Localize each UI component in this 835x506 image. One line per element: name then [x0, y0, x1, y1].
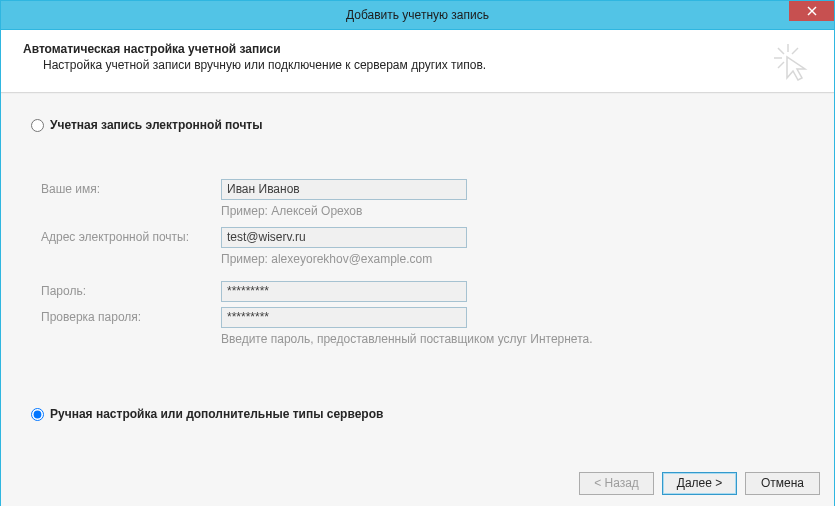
option-email-account[interactable]: Учетная запись электронной почты [31, 118, 804, 132]
email-input [221, 227, 467, 248]
svg-line-4 [792, 48, 798, 54]
password-label: Пароль: [41, 284, 221, 298]
wizard-body: Учетная запись электронной почты Ваше им… [1, 93, 834, 506]
name-input [221, 179, 467, 200]
radio-manual[interactable] [31, 408, 44, 421]
radio-email-account-label: Учетная запись электронной почты [50, 118, 263, 132]
wizard-footer: < Назад Далее > Отмена [1, 459, 834, 506]
email-form: Ваше имя: Пример: Алексей Орехов Адрес э… [31, 178, 804, 346]
password-confirm-input [221, 307, 467, 328]
close-button[interactable] [789, 1, 834, 21]
wizard-header: Автоматическая настройка учетной записи … [1, 30, 834, 93]
email-hint: Пример: alexeyorekhov@example.com [41, 252, 804, 266]
password-input [221, 281, 467, 302]
password-hint: Введите пароль, предоставленный поставщи… [41, 332, 804, 346]
next-button[interactable]: Далее > [662, 472, 737, 495]
cancel-button[interactable]: Отмена [745, 472, 820, 495]
name-hint: Пример: Алексей Орехов [41, 204, 804, 218]
radio-manual-label: Ручная настройка или дополнительные типы… [50, 407, 383, 421]
email-label: Адрес электронной почты: [41, 230, 221, 244]
titlebar[interactable]: Добавить учетную запись [1, 1, 834, 30]
password-confirm-label: Проверка пароля: [41, 310, 221, 324]
click-cursor-icon [772, 42, 812, 82]
radio-email-account[interactable] [31, 119, 44, 132]
back-button: < Назад [579, 472, 654, 495]
name-label: Ваше имя: [41, 182, 221, 196]
option-manual[interactable]: Ручная настройка или дополнительные типы… [31, 407, 383, 421]
close-icon [807, 6, 817, 16]
svg-line-5 [778, 62, 784, 68]
add-account-window: Добавить учетную запись Автоматическая н… [0, 0, 835, 506]
window-title: Добавить учетную запись [346, 8, 489, 22]
svg-line-6 [778, 48, 784, 54]
header-title: Автоматическая настройка учетной записи [23, 42, 772, 56]
header-subtitle: Настройка учетной записи вручную или под… [23, 58, 772, 72]
